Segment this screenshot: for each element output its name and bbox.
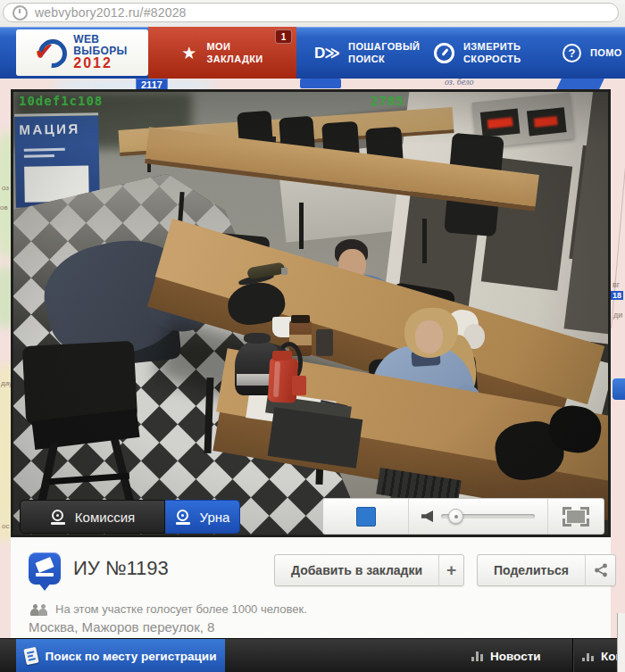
map-small-marker[interactable]: 18 bbox=[611, 291, 623, 300]
logo-check-icon: ✔ bbox=[37, 37, 67, 68]
speaker-icon bbox=[421, 510, 433, 522]
voters-icon bbox=[30, 603, 50, 616]
fullscreen-icon bbox=[562, 507, 589, 527]
news-link[interactable]: Новости bbox=[471, 639, 541, 672]
step-search-icon: D≫ bbox=[314, 44, 339, 62]
map-marker-bar[interactable] bbox=[300, 79, 341, 88]
station-title: ИУ №1193 bbox=[73, 557, 169, 580]
volume-thumb[interactable] bbox=[448, 509, 463, 524]
map-road-line bbox=[611, 168, 625, 328]
site-logo[interactable]: ✔ WEB ВЫБОРЫ 2012 bbox=[16, 29, 148, 76]
tab-urn-camera[interactable]: Урна bbox=[165, 500, 240, 534]
news-icon bbox=[471, 651, 484, 661]
webvybory-page: webvybory2012.ru/#82028 ✔ WEB ВЫБОРЫ 201… bbox=[0, 0, 625, 672]
station-pin-icon[interactable] bbox=[29, 552, 61, 585]
webcam-icon bbox=[175, 510, 192, 525]
passport-icon bbox=[23, 647, 38, 666]
polling-station-scene: МАЦИЯ bbox=[13, 92, 608, 535]
nav-help[interactable]: ? ПОМО bbox=[562, 27, 622, 79]
chart-icon bbox=[582, 651, 595, 661]
site-clock-icon bbox=[12, 5, 28, 21]
stop-button[interactable] bbox=[356, 507, 376, 527]
station-address: Москва, Мажоров переулок, 8 bbox=[29, 619, 214, 635]
plus-icon[interactable]: + bbox=[438, 555, 463, 585]
camera-tabs: Комиссия Урна bbox=[20, 500, 240, 534]
webcam-icon bbox=[50, 510, 67, 525]
nav-step-search[interactable]: D≫ ПОШАГОВЫЙ ПОИСК bbox=[314, 27, 420, 79]
help-icon: ? bbox=[562, 44, 581, 62]
share-button[interactable]: Поделиться bbox=[477, 554, 616, 586]
logo-text: WEB ВЫБОРЫ 2012 bbox=[73, 34, 128, 71]
search-by-registration-button[interactable]: Поиск по месту регистрации bbox=[16, 639, 225, 672]
nav-my-bookmarks[interactable]: ★ МОИ ЗАКЛАДКИ 1 bbox=[148, 27, 296, 79]
voters-note: На этом участке голосует более 1000 чело… bbox=[55, 602, 307, 616]
volume-slider[interactable] bbox=[441, 514, 535, 519]
speedometer-icon bbox=[434, 43, 454, 63]
main-navbar: ✔ WEB ВЫБОРЫ 2012 ★ МОИ ЗАКЛАДКИ 1 D≫ ПО… bbox=[0, 27, 625, 79]
toolbar-divider bbox=[572, 639, 573, 672]
webcam-video-player[interactable]: МАЦИЯ bbox=[11, 89, 611, 537]
nav-measure-speed[interactable]: ИЗМЕРИТЬ СКОРОСТЬ bbox=[434, 27, 521, 79]
browser-address-bar: webvybory2012.ru/#82028 bbox=[0, 0, 625, 27]
add-bookmark-button[interactable]: Добавить в закладки + bbox=[274, 554, 464, 586]
video-watermark: 2785 bbox=[371, 94, 404, 108]
map-zoom-button[interactable] bbox=[612, 378, 625, 400]
stop-segment bbox=[323, 499, 409, 534]
bottom-toolbar: Поиск по месту регистрации Новости Кон bbox=[0, 638, 625, 672]
video-control-panel bbox=[322, 498, 604, 535]
url-text: webvybory2012.ru/#82028 bbox=[35, 5, 187, 20]
tab-commission-camera[interactable]: Комиссия bbox=[20, 500, 165, 534]
map-popup-corner bbox=[617, 613, 625, 672]
share-icon[interactable] bbox=[585, 555, 615, 585]
star-icon: ★ bbox=[181, 45, 196, 62]
fullscreen-button[interactable] bbox=[548, 499, 604, 534]
station-info-panel: ИУ №1193 Добавить в закладки + Поделитьс… bbox=[11, 537, 611, 638]
bookmarks-count-badge: 1 bbox=[275, 29, 292, 44]
video-watermark: 10def1c108 bbox=[19, 94, 103, 108]
map-marker-polygon[interactable] bbox=[556, 79, 604, 89]
scene-vignette bbox=[13, 92, 608, 535]
url-input[interactable]: webvybory2012.ru/#82028 bbox=[3, 3, 619, 22]
volume-segment bbox=[409, 499, 548, 534]
